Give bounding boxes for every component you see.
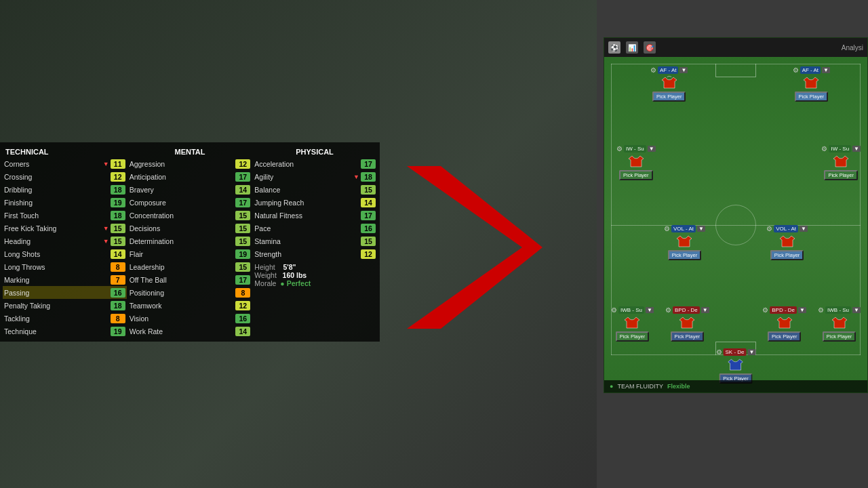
pick-player-btn-af-right[interactable]: Pick Player — [795, 92, 829, 102]
mental-stat-row: Flair19 — [128, 247, 252, 260]
stat-name: Long Shots — [4, 250, 111, 258]
gear-icon-sk[interactable]: ⚙ — [716, 348, 722, 356]
shirt-icon-af-right — [804, 75, 818, 91]
stat-name: Corners — [4, 160, 103, 168]
gear-icon-bpd-left[interactable]: ⚙ — [665, 306, 671, 314]
tab-icon-2[interactable]: 📊 — [626, 41, 638, 54]
pos-card-iw-right: ⚙ IW - Su ▼ Pick Player — [821, 145, 861, 180]
gear-icon-iw-right[interactable]: ⚙ — [821, 145, 827, 152]
stat-row-marking: Marking7 — [3, 273, 127, 286]
shirt-icon-iw-left — [629, 153, 644, 169]
physical-stat-value: 17 — [361, 211, 376, 220]
stat-value: 19 — [111, 327, 125, 336]
chevron-icon-af-right[interactable]: ▼ — [822, 67, 830, 73]
stat-value: 16 — [111, 288, 125, 298]
pick-player-btn-iw-right[interactable]: Pick Player — [824, 170, 858, 180]
mental-stat-value: 15 — [235, 224, 250, 233]
bpd-de-label-left: BPD - De — [673, 306, 700, 314]
mental-stat-name: Decisions — [130, 224, 236, 232]
physical-stat-value: 17 — [361, 159, 376, 169]
pos-card-af-left: ⚙ AF - At ▼ Pick Player — [650, 66, 688, 102]
stat-name: Crossing — [4, 173, 111, 181]
pos-iwb-left-top: ⚙ IWB - Su ▼ — [611, 306, 654, 314]
height-label: Height — [254, 263, 283, 271]
stat-row-finishing: Finishing19 — [3, 196, 127, 209]
stat-name: First Touch — [4, 211, 111, 220]
pick-player-btn-af-left[interactable]: Pick Player — [652, 92, 686, 102]
bpd-de-label-right: BPD - De — [770, 306, 797, 314]
mental-header: MENTAL — [127, 146, 252, 157]
mental-stat-name: Off The Ball — [130, 276, 236, 284]
goal-top — [715, 64, 756, 77]
stat-value: 7 — [111, 275, 125, 285]
gear-icon[interactable]: ⚙ — [650, 66, 656, 74]
mental-stat-row: Leadership15 — [128, 260, 252, 273]
tab-icon-1[interactable]: ⚽ — [608, 41, 620, 54]
shirt-icon-bpd-right — [777, 314, 792, 331]
chevron-vol-right[interactable]: ▼ — [800, 226, 808, 232]
morale-value: Perfect — [287, 279, 311, 287]
pick-player-btn-iwb-right[interactable]: Pick Player — [823, 331, 856, 342]
mental-stat-name: Bravery — [130, 186, 236, 194]
stat-name: Marking — [4, 276, 111, 284]
af-at-label-right: AF - At — [800, 66, 821, 74]
pick-player-btn-bpd-left[interactable]: Pick Player — [671, 331, 705, 342]
shirt-icon-af-left — [662, 75, 677, 91]
mental-stat-value: 17 — [235, 275, 250, 285]
vol-at-label-right: VOL - At — [774, 225, 798, 232]
pick-player-btn-vol-left[interactable]: Pick Player — [668, 250, 702, 260]
physical-stat-row: Agility▼18 — [253, 170, 377, 183]
chevron-iwb-right[interactable]: ▼ — [852, 307, 861, 313]
chevron-bpd-left[interactable]: ▼ — [701, 307, 709, 313]
pos-bpd-left-top: ⚙ BPD - De ▼ — [665, 306, 709, 314]
mental-stat-name: Leadership — [130, 263, 236, 271]
shirt-icon-iw-right — [833, 153, 848, 169]
mental-stat-name: Work Rate — [130, 327, 236, 336]
shirt-icon-vol-right — [780, 233, 795, 249]
pick-player-btn-iw-left[interactable]: Pick Player — [619, 170, 653, 180]
stat-row-passing: Passing16 — [3, 286, 127, 299]
stat-name: Finishing — [4, 199, 111, 207]
mental-stat-value: 8 — [235, 288, 250, 298]
gear-icon-iwb-right[interactable]: ⚙ — [818, 306, 824, 314]
mental-stat-value: 14 — [235, 327, 250, 336]
mental-stat-row: Decisions15 — [128, 222, 252, 235]
big-arrow — [380, 136, 597, 359]
stat-row-tackling: Tackling8 — [3, 312, 127, 325]
gear-icon-vol-left[interactable]: ⚙ — [664, 225, 670, 232]
gear-icon-vol-right[interactable]: ⚙ — [766, 225, 772, 232]
gear-icon-iw-left[interactable]: ⚙ — [616, 145, 623, 152]
chevron-vol-left[interactable]: ▼ — [697, 226, 705, 232]
pos-iw-left-top: ⚙ IW - Su ▼ — [616, 145, 656, 152]
tactics-top-bar: ⚽ 📊 🎯 Analysi — [604, 38, 867, 57]
physical-stat-row: Jumping Reach14 — [253, 196, 377, 209]
stat-row-dribbling: Dribbling18 — [3, 183, 127, 196]
mental-stat-row: Vision16 — [128, 312, 252, 325]
chevron-bpd-right[interactable]: ▼ — [798, 307, 806, 313]
stat-row-technique: Technique19 — [3, 325, 127, 338]
chevron-down-icon[interactable]: ▼ — [679, 67, 688, 73]
gear-icon-af-right[interactable]: ⚙ — [793, 66, 799, 74]
stat-row-free-kick-taking: Free Kick Taking▼15 — [3, 222, 127, 235]
tab-icon-3[interactable]: 🎯 — [644, 41, 656, 54]
gear-icon-bpd-right[interactable]: ⚙ — [762, 306, 768, 314]
pick-player-btn-bpd-right[interactable]: Pick Player — [768, 331, 802, 342]
physical-stat-name: Balance — [254, 186, 361, 194]
mental-stat-name: Determination — [130, 237, 236, 245]
pick-player-btn-vol-right[interactable]: Pick Player — [770, 250, 804, 260]
stat-value: 15 — [111, 224, 125, 233]
pos-card-iwb-left: ⚙ IWB - Su ▼ Pick Player — [611, 306, 654, 342]
chevron-iw-left[interactable]: ▼ — [648, 146, 656, 152]
mental-stat-name: Composure — [130, 199, 236, 207]
mental-stat-name: Anticipation — [130, 173, 236, 181]
chevron-sk[interactable]: ▼ — [748, 349, 756, 355]
chevron-iw-right[interactable]: ▼ — [852, 146, 861, 152]
chevron-iwb-left[interactable]: ▼ — [646, 307, 654, 313]
technical-header: TECHNICAL — [3, 146, 127, 157]
stat-name: Technique — [4, 327, 111, 336]
gear-icon-iwb-left[interactable]: ⚙ — [611, 306, 617, 314]
physical-col: Acceleration17Agility▼18Balance15Jumping… — [253, 157, 377, 338]
stat-arrow: ▼ — [103, 238, 109, 245]
pos-card-iw-left: ⚙ IW - Su ▼ Pick Player — [616, 145, 656, 180]
pick-player-btn-iwb-left[interactable]: Pick Player — [616, 331, 650, 342]
